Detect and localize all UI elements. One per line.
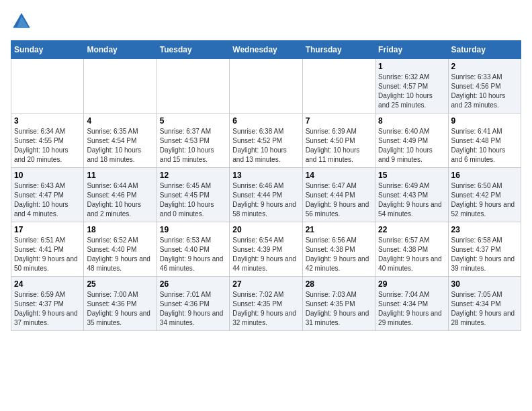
day-number: 25 bbox=[87, 279, 153, 289]
day-info: Sunrise: 6:34 AM Sunset: 4:55 PM Dayligh… bbox=[14, 127, 81, 165]
calendar-cell: 2Sunrise: 6:33 AM Sunset: 4:56 PM Daylig… bbox=[448, 59, 521, 113]
day-number: 7 bbox=[306, 116, 372, 126]
day-number: 4 bbox=[87, 116, 153, 126]
day-number: 18 bbox=[87, 225, 153, 234]
day-number: 29 bbox=[378, 279, 445, 289]
day-info: Sunrise: 6:58 AM Sunset: 4:37 PM Dayligh… bbox=[451, 236, 518, 273]
calendar-cell: 11Sunrise: 6:44 AM Sunset: 4:46 PM Dayli… bbox=[84, 168, 157, 222]
day-info: Sunrise: 6:38 AM Sunset: 4:52 PM Dayligh… bbox=[232, 127, 299, 165]
calendar-cell: 21Sunrise: 6:56 AM Sunset: 4:38 PM Dayli… bbox=[302, 222, 375, 277]
calendar-cell: 16Sunrise: 6:50 AM Sunset: 4:42 PM Dayli… bbox=[448, 168, 521, 222]
day-info: Sunrise: 6:43 AM Sunset: 4:47 PM Dayligh… bbox=[14, 181, 81, 219]
day-number: 8 bbox=[378, 116, 445, 126]
calendar-cell: 30Sunrise: 7:05 AM Sunset: 4:34 PM Dayli… bbox=[448, 277, 521, 331]
day-number: 12 bbox=[160, 171, 226, 180]
day-number: 26 bbox=[160, 279, 226, 289]
day-number: 10 bbox=[14, 171, 81, 180]
week-row-1: 1Sunrise: 6:32 AM Sunset: 4:57 PM Daylig… bbox=[11, 59, 521, 113]
day-number: 13 bbox=[232, 171, 299, 180]
weekday-sunday: Sunday bbox=[11, 41, 84, 59]
day-number: 11 bbox=[87, 171, 153, 180]
calendar-cell: 15Sunrise: 6:49 AM Sunset: 4:43 PM Dayli… bbox=[375, 168, 448, 222]
calendar-cell bbox=[84, 59, 157, 113]
weekday-wednesday: Wednesday bbox=[230, 41, 302, 59]
day-number: 21 bbox=[306, 225, 372, 234]
weekday-friday: Friday bbox=[375, 41, 448, 59]
calendar-cell: 24Sunrise: 6:59 AM Sunset: 4:37 PM Dayli… bbox=[11, 277, 84, 331]
calendar-cell: 5Sunrise: 6:37 AM Sunset: 4:53 PM Daylig… bbox=[157, 113, 229, 168]
weekday-saturday: Saturday bbox=[448, 41, 521, 59]
day-info: Sunrise: 6:46 AM Sunset: 4:44 PM Dayligh… bbox=[232, 181, 299, 219]
day-info: Sunrise: 6:32 AM Sunset: 4:57 PM Dayligh… bbox=[378, 73, 445, 110]
calendar-cell: 9Sunrise: 6:41 AM Sunset: 4:48 PM Daylig… bbox=[448, 113, 521, 168]
day-info: Sunrise: 6:54 AM Sunset: 4:39 PM Dayligh… bbox=[232, 236, 299, 273]
calendar-cell bbox=[11, 59, 84, 113]
day-info: Sunrise: 6:56 AM Sunset: 4:38 PM Dayligh… bbox=[306, 236, 372, 273]
weekday-tuesday: Tuesday bbox=[157, 41, 229, 59]
calendar-cell: 28Sunrise: 7:03 AM Sunset: 4:35 PM Dayli… bbox=[302, 277, 375, 331]
calendar-table: SundayMondayTuesdayWednesdayThursdayFrid… bbox=[11, 40, 521, 331]
day-number: 1 bbox=[378, 62, 445, 71]
calendar-cell: 10Sunrise: 6:43 AM Sunset: 4:47 PM Dayli… bbox=[11, 168, 84, 222]
calendar-cell: 25Sunrise: 7:00 AM Sunset: 4:36 PM Dayli… bbox=[84, 277, 157, 331]
calendar-cell: 23Sunrise: 6:58 AM Sunset: 4:37 PM Dayli… bbox=[448, 222, 521, 277]
day-info: Sunrise: 6:47 AM Sunset: 4:44 PM Dayligh… bbox=[306, 181, 372, 219]
day-number: 16 bbox=[451, 171, 518, 180]
day-info: Sunrise: 6:37 AM Sunset: 4:53 PM Dayligh… bbox=[160, 127, 226, 165]
calendar-cell: 4Sunrise: 6:35 AM Sunset: 4:54 PM Daylig… bbox=[84, 113, 157, 168]
calendar-cell: 14Sunrise: 6:47 AM Sunset: 4:44 PM Dayli… bbox=[302, 168, 375, 222]
calendar-cell: 3Sunrise: 6:34 AM Sunset: 4:55 PM Daylig… bbox=[11, 113, 84, 168]
day-number: 28 bbox=[306, 279, 372, 289]
day-info: Sunrise: 7:02 AM Sunset: 4:35 PM Dayligh… bbox=[232, 290, 299, 328]
day-number: 23 bbox=[451, 225, 518, 234]
day-number: 19 bbox=[160, 225, 226, 234]
day-info: Sunrise: 6:44 AM Sunset: 4:46 PM Dayligh… bbox=[87, 181, 153, 219]
weekday-header-row: SundayMondayTuesdayWednesdayThursdayFrid… bbox=[11, 41, 521, 59]
calendar-cell: 29Sunrise: 7:04 AM Sunset: 4:34 PM Dayli… bbox=[375, 277, 448, 331]
day-info: Sunrise: 7:00 AM Sunset: 4:36 PM Dayligh… bbox=[87, 290, 153, 328]
calendar-cell: 8Sunrise: 6:40 AM Sunset: 4:49 PM Daylig… bbox=[375, 113, 448, 168]
calendar-cell: 1Sunrise: 6:32 AM Sunset: 4:57 PM Daylig… bbox=[375, 59, 448, 113]
calendar-cell: 26Sunrise: 7:01 AM Sunset: 4:36 PM Dayli… bbox=[157, 277, 229, 331]
day-info: Sunrise: 6:50 AM Sunset: 4:42 PM Dayligh… bbox=[451, 181, 518, 219]
calendar-cell bbox=[230, 59, 302, 113]
day-number: 6 bbox=[232, 116, 299, 126]
weekday-monday: Monday bbox=[84, 41, 157, 59]
day-number: 27 bbox=[232, 279, 299, 289]
page-header bbox=[11, 11, 521, 32]
logo-icon bbox=[11, 11, 32, 32]
logo bbox=[11, 11, 35, 32]
week-row-5: 24Sunrise: 6:59 AM Sunset: 4:37 PM Dayli… bbox=[11, 277, 521, 331]
calendar-cell: 13Sunrise: 6:46 AM Sunset: 4:44 PM Dayli… bbox=[230, 168, 302, 222]
day-info: Sunrise: 6:40 AM Sunset: 4:49 PM Dayligh… bbox=[378, 127, 445, 165]
day-info: Sunrise: 6:33 AM Sunset: 4:56 PM Dayligh… bbox=[451, 73, 518, 110]
weekday-thursday: Thursday bbox=[302, 41, 375, 59]
day-number: 30 bbox=[451, 279, 518, 289]
week-row-2: 3Sunrise: 6:34 AM Sunset: 4:55 PM Daylig… bbox=[11, 113, 521, 168]
day-number: 22 bbox=[378, 225, 445, 234]
day-info: Sunrise: 7:05 AM Sunset: 4:34 PM Dayligh… bbox=[451, 290, 518, 328]
week-row-3: 10Sunrise: 6:43 AM Sunset: 4:47 PM Dayli… bbox=[11, 168, 521, 222]
day-info: Sunrise: 7:03 AM Sunset: 4:35 PM Dayligh… bbox=[306, 290, 372, 328]
day-number: 2 bbox=[451, 62, 518, 71]
day-number: 9 bbox=[451, 116, 518, 126]
calendar-cell: 27Sunrise: 7:02 AM Sunset: 4:35 PM Dayli… bbox=[230, 277, 302, 331]
calendar-cell bbox=[157, 59, 229, 113]
day-number: 5 bbox=[160, 116, 226, 126]
day-info: Sunrise: 7:04 AM Sunset: 4:34 PM Dayligh… bbox=[378, 290, 445, 328]
day-info: Sunrise: 6:57 AM Sunset: 4:38 PM Dayligh… bbox=[378, 236, 445, 273]
day-number: 17 bbox=[14, 225, 81, 234]
day-info: Sunrise: 6:35 AM Sunset: 4:54 PM Dayligh… bbox=[87, 127, 153, 165]
day-info: Sunrise: 6:59 AM Sunset: 4:37 PM Dayligh… bbox=[14, 290, 81, 328]
calendar-cell: 7Sunrise: 6:39 AM Sunset: 4:50 PM Daylig… bbox=[302, 113, 375, 168]
calendar-cell: 17Sunrise: 6:51 AM Sunset: 4:41 PM Dayli… bbox=[11, 222, 84, 277]
day-info: Sunrise: 6:45 AM Sunset: 4:45 PM Dayligh… bbox=[160, 181, 226, 219]
day-info: Sunrise: 6:51 AM Sunset: 4:41 PM Dayligh… bbox=[14, 236, 81, 273]
day-number: 20 bbox=[232, 225, 299, 234]
calendar-cell: 19Sunrise: 6:53 AM Sunset: 4:40 PM Dayli… bbox=[157, 222, 229, 277]
day-number: 3 bbox=[14, 116, 81, 126]
calendar-header: SundayMondayTuesdayWednesdayThursdayFrid… bbox=[11, 41, 521, 59]
day-number: 14 bbox=[306, 171, 372, 180]
day-info: Sunrise: 6:39 AM Sunset: 4:50 PM Dayligh… bbox=[306, 127, 372, 165]
day-info: Sunrise: 6:49 AM Sunset: 4:43 PM Dayligh… bbox=[378, 181, 445, 219]
